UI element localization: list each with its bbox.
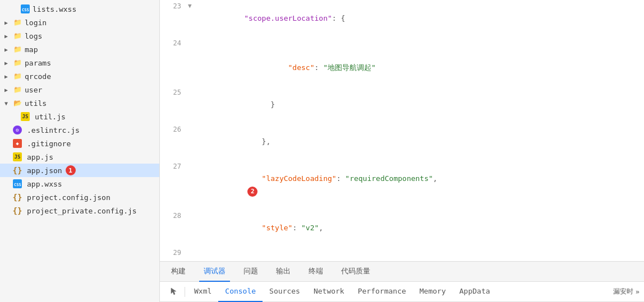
tab-output[interactable]: 输出 xyxy=(272,262,295,282)
tab-issues[interactable]: 问题 xyxy=(239,262,263,282)
tab-debugger[interactable]: 调试器 xyxy=(199,262,230,282)
sidebar-label: app.wxss xyxy=(27,180,62,188)
arrow-icon: ▶ xyxy=(4,73,12,80)
divider xyxy=(185,287,185,297)
dev-tabs-bar: Wxml Console Sources Network Performance… xyxy=(160,282,644,302)
line-num-26: 26 xyxy=(160,123,188,136)
line-num-28: 28 xyxy=(160,210,188,222)
folder-open-icon: 📂 xyxy=(12,98,22,108)
code-line-24: 24 "desc": "地图导航调起" xyxy=(160,37,644,86)
sidebar-item-eslintrc[interactable]: ⚙ .eslintrc.js xyxy=(0,123,159,137)
sidebar-label: project_private.config.js xyxy=(27,207,137,215)
git-icon: ◆ xyxy=(12,138,22,148)
folder-icon: 📁 xyxy=(12,31,22,41)
sidebar-label: map xyxy=(25,45,38,54)
sidebar-item-params[interactable]: ▶ 📁 params xyxy=(0,56,159,69)
arrow-icon: ▶ xyxy=(4,20,12,26)
sidebar-label: qrcode xyxy=(25,72,51,81)
wxss-icon: CSS xyxy=(20,4,30,14)
code-editor[interactable]: 23 ▼ "scope.userLocation": { 24 "desc": … xyxy=(160,0,644,261)
sidebar-item-logs[interactable]: ▶ 📁 logs xyxy=(0,29,159,43)
sidebar-label: .eslintrc.js xyxy=(27,126,80,134)
wxss-icon: CSS xyxy=(12,179,22,189)
chevron-right-icon: » xyxy=(636,288,640,296)
cursor-icon xyxy=(169,287,178,296)
badge-1: 1 xyxy=(66,165,76,175)
tab-wxml[interactable]: Wxml xyxy=(187,282,218,302)
tab-performance[interactable]: Performance xyxy=(351,282,413,302)
json-icon: {} xyxy=(12,206,22,216)
code-line-26: 26 }, xyxy=(160,123,644,160)
sidebar-label: lists.wxss xyxy=(33,5,76,13)
sidebar-label: app.js xyxy=(27,153,53,161)
arrow-icon: ▶ xyxy=(4,47,12,53)
sidebar-item-utils[interactable]: ▼ 📂 utils xyxy=(0,96,159,110)
line-num-23: 23 xyxy=(160,0,188,12)
sidebar-item-app-json[interactable]: {} app.json 1 xyxy=(0,164,159,177)
line-code-23: "scope.userLocation": { xyxy=(198,0,644,37)
cursor-icon-tab[interactable] xyxy=(164,282,182,302)
bottom-panel: 构建 调试器 问题 输出 终端 代码质量 xyxy=(160,261,644,302)
folder-icon: 📁 xyxy=(12,17,22,27)
line-code-27: "lazyCodeLoading": "requiredComponents",… xyxy=(198,160,644,210)
arrow-icon: ▶ xyxy=(4,60,12,66)
arrow-icon: ▼ xyxy=(4,100,12,106)
more-tabs[interactable]: 漏安时 » xyxy=(613,287,640,296)
line-num-29: 29 xyxy=(160,247,188,259)
sidebar-item-util-js[interactable]: JS util.js xyxy=(0,110,159,123)
sidebar-label: params xyxy=(25,59,51,67)
code-line-27: 27 "lazyCodeLoading": "requiredComponent… xyxy=(160,160,644,210)
arrow-icon: ▶ xyxy=(4,87,12,93)
sidebar-item-project-private[interactable]: {} project_private.config.js xyxy=(0,204,159,217)
fold-arrow-23[interactable]: ▼ xyxy=(188,0,198,12)
tab-sources[interactable]: Sources xyxy=(263,282,307,302)
sidebar-item-project-config[interactable]: {} project.config.json xyxy=(0,191,159,204)
file-sidebar: CSS lists.wxss ▶ 📁 login ▶ 📁 logs ▶ 📁 ma… xyxy=(0,0,160,302)
tab-memory[interactable]: Memory xyxy=(413,282,453,302)
sidebar-label: .gitignore xyxy=(27,140,71,148)
sidebar-item-user[interactable]: ▶ 📁 user xyxy=(0,83,159,96)
tab-appdata[interactable]: AppData xyxy=(453,282,497,302)
json-icon: {} xyxy=(12,165,22,175)
code-line-25: 25 } xyxy=(160,86,644,123)
sidebar-label: logs xyxy=(25,32,42,40)
tab-network[interactable]: Network xyxy=(307,282,351,302)
line-num-25: 25 xyxy=(160,86,188,99)
sidebar-label: app.json xyxy=(27,166,62,175)
sidebar-item-login[interactable]: ▶ 📁 login xyxy=(0,16,159,29)
sidebar-item-gitignore[interactable]: ◆ .gitignore xyxy=(0,137,159,150)
code-line-28: 28 "style": "v2", xyxy=(160,210,644,247)
line-code-24: "desc": "地图导航调起" xyxy=(198,37,644,86)
sidebar-label: login xyxy=(25,18,47,27)
sidebar-label: user xyxy=(25,86,42,94)
sidebar-item-app-js[interactable]: JS app.js xyxy=(0,150,159,164)
line-code-28: "style": "v2", xyxy=(198,210,644,247)
tab-terminal[interactable]: 终端 xyxy=(304,262,328,282)
json-icon: {} xyxy=(12,192,22,202)
editor-area: 23 ▼ "scope.userLocation": { 24 "desc": … xyxy=(160,0,644,302)
sidebar-item-lists-wxss[interactable]: CSS lists.wxss xyxy=(0,2,159,16)
line-num-27: 27 xyxy=(160,160,188,173)
js-icon: JS xyxy=(12,152,22,162)
sidebar-item-map[interactable]: ▶ 📁 map xyxy=(0,43,159,56)
line-code-25: } xyxy=(198,86,644,123)
sidebar-item-qrcode[interactable]: ▶ 📁 qrcode xyxy=(0,69,159,83)
tab-codequality[interactable]: 代码质量 xyxy=(337,262,375,282)
folder-icon: 📁 xyxy=(12,71,22,81)
main-container: CSS lists.wxss ▶ 📁 login ▶ 📁 logs ▶ 📁 ma… xyxy=(0,0,644,302)
svg-text:CSS: CSS xyxy=(14,183,21,187)
js-icon: JS xyxy=(20,111,30,122)
tab-build[interactable]: 构建 xyxy=(167,262,190,282)
tab-console[interactable]: Console xyxy=(218,282,263,302)
sidebar-item-app-wxss[interactable]: CSS app.wxss xyxy=(0,177,159,191)
code-line-23: 23 ▼ "scope.userLocation": { xyxy=(160,0,644,37)
sidebar-label: project.config.json xyxy=(27,193,111,202)
badge-2: 2 xyxy=(247,187,257,197)
line-num-24: 24 xyxy=(160,37,188,49)
arrow-icon: ▶ xyxy=(4,33,12,39)
folder-icon: 📁 xyxy=(12,44,22,54)
line-code-26: }, xyxy=(198,123,644,160)
more-label: 漏安时 xyxy=(613,287,633,296)
eslint-icon: ⚙ xyxy=(12,125,22,135)
toolbar-tabs-bar: 构建 调试器 问题 输出 终端 代码质量 xyxy=(160,262,644,282)
